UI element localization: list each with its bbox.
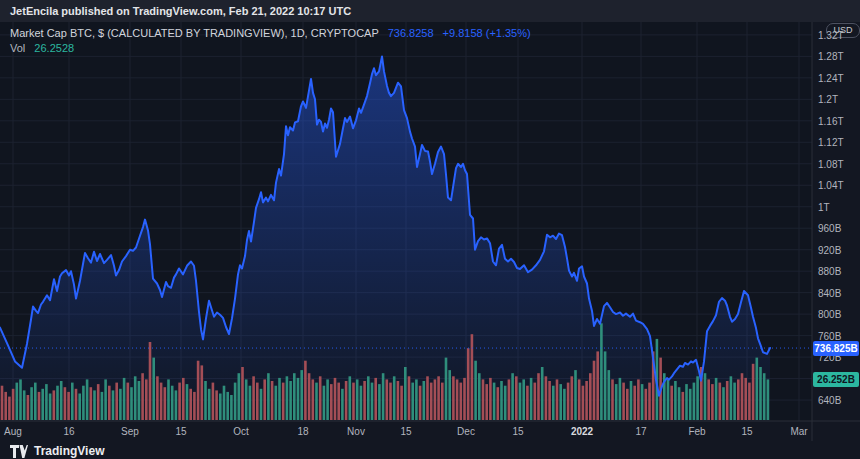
volume-bar: [130, 387, 133, 420]
volume-bar: [641, 384, 644, 420]
volume-bar: [164, 387, 167, 420]
volume-bar: [297, 378, 300, 420]
volume-bar: [441, 383, 444, 420]
volume-bar: [41, 389, 44, 420]
volume-bar: [267, 373, 270, 420]
tradingview-logo-icon: [10, 445, 28, 458]
volume-bar: [53, 390, 56, 420]
volume-bar: [756, 358, 759, 420]
volume-bar: [563, 389, 566, 420]
volume-bar: [252, 376, 255, 420]
volume-legend[interactable]: Vol 26.2528: [10, 42, 74, 54]
volume-bar: [389, 383, 392, 420]
volume-bar: [493, 383, 496, 420]
volume-bar: [1, 386, 4, 420]
x-axis-tick: 15: [400, 426, 411, 437]
volume-bar: [241, 367, 244, 420]
volume-bar: [489, 378, 492, 420]
volume-bar: [426, 376, 429, 420]
volume-bar: [286, 376, 289, 420]
volume-bar: [456, 379, 459, 420]
volume-bar: [430, 383, 433, 420]
symbol-legend[interactable]: Market Cap BTC, $ (CALCULATED BY TRADING…: [10, 27, 531, 39]
last-price-value: 736.8258: [388, 27, 434, 39]
volume-bar: [82, 386, 85, 420]
volume-bar: [56, 386, 59, 420]
volume-bar: [367, 376, 370, 420]
volume-bar: [23, 390, 26, 420]
volume-bar: [596, 351, 599, 420]
volume-bar: [471, 334, 474, 420]
volume-label: Vol: [10, 42, 25, 54]
volume-bar: [78, 394, 81, 421]
volume-bar: [312, 379, 315, 420]
volume-bar: [645, 389, 648, 420]
chart-canvas[interactable]: [0, 0, 860, 459]
last-price-badge: 736.825B: [813, 341, 859, 356]
y-axis-tick: 920B: [818, 244, 841, 255]
volume-bar: [722, 387, 725, 420]
volume-bar: [90, 387, 93, 420]
volume-bar: [759, 367, 762, 420]
volume-bar: [386, 379, 389, 420]
volume-bar: [189, 389, 192, 420]
volume-bar: [67, 392, 70, 420]
volume-bar: [452, 376, 455, 420]
volume-bar: [571, 376, 574, 420]
y-axis-tick: 760B: [818, 330, 841, 341]
volume-bar: [123, 378, 126, 420]
volume-bar: [175, 390, 178, 420]
volume-bar: [293, 373, 296, 420]
volume-bar: [522, 379, 525, 420]
volume-bar: [730, 376, 733, 420]
volume-bar: [319, 376, 322, 420]
x-axis-tick: Aug: [4, 426, 22, 437]
volume-bar: [330, 384, 333, 420]
volume-bar: [767, 379, 770, 420]
volume-bar: [500, 381, 503, 420]
volume-bar: [374, 378, 377, 420]
volume-bar: [741, 373, 744, 420]
volume-bar: [197, 361, 200, 420]
volume-bar: [86, 379, 89, 420]
volume-bar: [16, 383, 19, 420]
volume-bar: [12, 389, 15, 420]
volume-bar: [593, 361, 596, 420]
volume-bar: [467, 348, 470, 420]
volume-bar: [282, 383, 285, 420]
volume-bar: [689, 389, 692, 420]
volume-bar: [323, 386, 326, 420]
y-axis-tick: 880B: [818, 266, 841, 277]
volume-bar: [8, 397, 11, 420]
volume-bar: [511, 373, 514, 420]
volume-bar: [748, 383, 751, 420]
volume-bar: [230, 395, 233, 420]
volume-bar: [415, 379, 418, 420]
volume-bar: [463, 378, 466, 420]
volume-bar: [223, 386, 226, 420]
volume-bar: [711, 384, 714, 420]
x-axis-tick: 2022: [571, 426, 593, 437]
volume-bar: [604, 351, 607, 420]
volume-bar: [27, 395, 30, 420]
volume-bar: [411, 383, 414, 420]
volume-bar: [115, 383, 118, 420]
volume-bar: [304, 361, 307, 420]
tradingview-branding[interactable]: TradingView: [10, 444, 104, 458]
x-axis-tick: Feb: [688, 426, 705, 437]
volume-bar: [256, 383, 259, 420]
y-axis-tick: 640B: [818, 395, 841, 406]
volume-bar: [93, 390, 96, 420]
volume-bar: [434, 379, 437, 420]
volume-bar: [101, 392, 104, 420]
volume-bar: [567, 383, 570, 420]
volume-bar: [600, 323, 603, 420]
volume-bar: [497, 387, 500, 420]
volume-bar: [704, 373, 707, 420]
volume-bar: [75, 389, 78, 420]
volume-bar: [537, 373, 540, 420]
volume-bar: [345, 381, 348, 420]
volume-bar: [744, 378, 747, 420]
volume-bar: [508, 379, 511, 420]
volume-bar: [71, 383, 74, 420]
